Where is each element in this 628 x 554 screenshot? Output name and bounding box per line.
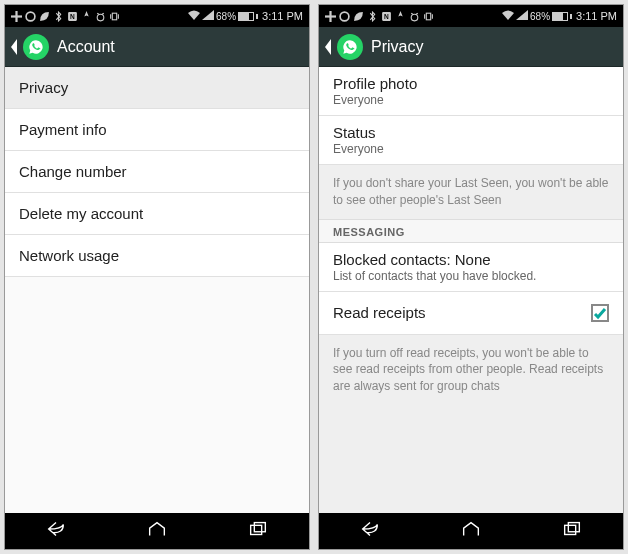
leaf-icon: [353, 11, 364, 22]
read-receipts-note: If you turn off read receipts, you won't…: [319, 335, 623, 513]
svg-rect-24: [565, 525, 576, 534]
app-bar: Account: [5, 27, 309, 67]
row-label: Blocked contacts: None: [333, 251, 609, 268]
whatsapp-logo-icon[interactable]: [337, 34, 363, 60]
svg-line-6: [97, 13, 99, 14]
status-bar: N 68% 3:11 PM: [319, 5, 623, 27]
nfc-icon: N: [67, 11, 78, 22]
svg-rect-25: [569, 523, 580, 532]
wifi-icon: [188, 10, 200, 22]
svg-line-20: [416, 13, 418, 14]
list-item-payment-info[interactable]: Payment info: [5, 109, 309, 151]
battery-percent: 68%: [530, 11, 550, 22]
list-item-delete-account[interactable]: Delete my account: [5, 193, 309, 235]
battery-icon: [552, 12, 572, 21]
svg-point-5: [97, 14, 104, 21]
nav-home-icon[interactable]: [146, 520, 168, 542]
svg-text:N: N: [384, 13, 389, 20]
svg-point-15: [340, 12, 349, 21]
svg-rect-12: [255, 523, 266, 532]
battery-icon: [238, 12, 258, 21]
bluetooth-icon: [53, 11, 64, 22]
phone-right: N 68% 3:11 PM Privacy Profile photo Ever…: [318, 4, 624, 550]
nav-recent-icon[interactable]: [247, 520, 269, 542]
clock-time: 3:11 PM: [576, 10, 617, 22]
row-label: Status: [333, 124, 609, 141]
vibrate-icon: [109, 11, 120, 22]
svg-text:N: N: [70, 13, 75, 20]
nfc-icon: N: [381, 11, 392, 22]
battery-percent: 68%: [216, 11, 236, 22]
row-status[interactable]: Status Everyone: [319, 116, 623, 165]
location-icon: [395, 11, 406, 22]
row-value: List of contacts that you have blocked.: [333, 269, 609, 283]
checkbox-checked-icon[interactable]: [591, 304, 609, 322]
svg-point-18: [411, 14, 418, 21]
status-bar: N 68% 3:11 PM: [5, 5, 309, 27]
svg-point-2: [26, 12, 35, 21]
nav-home-icon[interactable]: [460, 520, 482, 542]
leaf-icon: [39, 11, 50, 22]
nav-recent-icon[interactable]: [561, 520, 583, 542]
cell-signal-icon: [516, 10, 528, 22]
svg-rect-1: [11, 15, 22, 17]
nav-bar: [319, 513, 623, 549]
bluetooth-icon: [367, 11, 378, 22]
vibrate-icon: [423, 11, 434, 22]
list-item-privacy[interactable]: Privacy: [5, 67, 309, 109]
section-messaging: MESSAGING: [319, 219, 623, 243]
whatsapp-logo-icon[interactable]: [23, 34, 49, 60]
location-icon: [81, 11, 92, 22]
app-bar: Privacy: [319, 27, 623, 67]
app-bar-title: Privacy: [371, 38, 423, 56]
cell-signal-icon: [202, 10, 214, 22]
list-item-change-number[interactable]: Change number: [5, 151, 309, 193]
wifi-icon: [502, 10, 514, 22]
back-icon[interactable]: [323, 39, 337, 55]
svg-rect-11: [251, 525, 262, 534]
privacy-content: Profile photo Everyone Status Everyone I…: [319, 67, 623, 513]
svg-line-7: [102, 13, 104, 14]
circle-icon: [25, 11, 36, 22]
svg-rect-14: [325, 15, 336, 17]
alarm-icon: [409, 11, 420, 22]
phone-left: N 68% 3:11 PM Account Privacy Payment in…: [4, 4, 310, 550]
read-receipts-label: Read receipts: [333, 304, 426, 321]
row-value: Everyone: [333, 142, 609, 156]
list-item-network-usage[interactable]: Network usage: [5, 235, 309, 277]
svg-rect-8: [112, 13, 116, 20]
alarm-icon: [95, 11, 106, 22]
back-icon[interactable]: [9, 39, 23, 55]
svg-rect-21: [426, 13, 430, 20]
row-label: Profile photo: [333, 75, 609, 92]
row-profile-photo[interactable]: Profile photo Everyone: [319, 67, 623, 116]
add-icon: [11, 11, 22, 22]
account-list: Privacy Payment info Change number Delet…: [5, 67, 309, 513]
last-seen-note: If you don't share your Last Seen, you w…: [319, 165, 623, 219]
nav-back-icon[interactable]: [359, 520, 381, 542]
nav-bar: [5, 513, 309, 549]
row-value: Everyone: [333, 93, 609, 107]
clock-time: 3:11 PM: [262, 10, 303, 22]
nav-back-icon[interactable]: [45, 520, 67, 542]
row-blocked-contacts[interactable]: Blocked contacts: None List of contacts …: [319, 243, 623, 292]
app-bar-title: Account: [57, 38, 115, 56]
circle-icon: [339, 11, 350, 22]
svg-line-19: [411, 13, 413, 14]
add-icon: [325, 11, 336, 22]
row-read-receipts[interactable]: Read receipts: [319, 292, 623, 335]
